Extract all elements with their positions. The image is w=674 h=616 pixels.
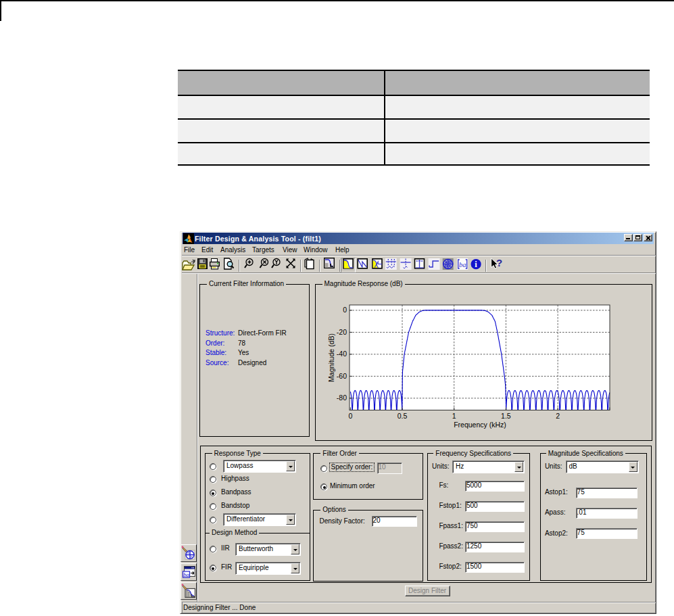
svg-text:Magnitude (dB): Magnitude (dB): [327, 333, 335, 382]
svg-text:0.5: 0.5: [398, 412, 408, 420]
svg-text:1: 1: [452, 412, 456, 420]
svg-text:Frequency (kHz): Frequency (kHz): [454, 421, 506, 429]
svg-text:?: ?: [496, 257, 502, 268]
svg-text:0: 0: [348, 412, 352, 420]
svg-text:1.5: 1.5: [501, 412, 511, 420]
svg-text:2: 2: [556, 412, 560, 420]
svg-text:-40: -40: [337, 350, 347, 358]
svg-text:-60: -60: [337, 372, 347, 380]
svg-text:0: 0: [343, 306, 347, 314]
svg-text:ba: ba: [183, 571, 189, 578]
svg-text:-20: -20: [337, 328, 347, 336]
svg-text:ba: ba: [459, 261, 466, 268]
svg-text:-80: -80: [337, 394, 347, 402]
svg-text:i: i: [475, 260, 477, 269]
